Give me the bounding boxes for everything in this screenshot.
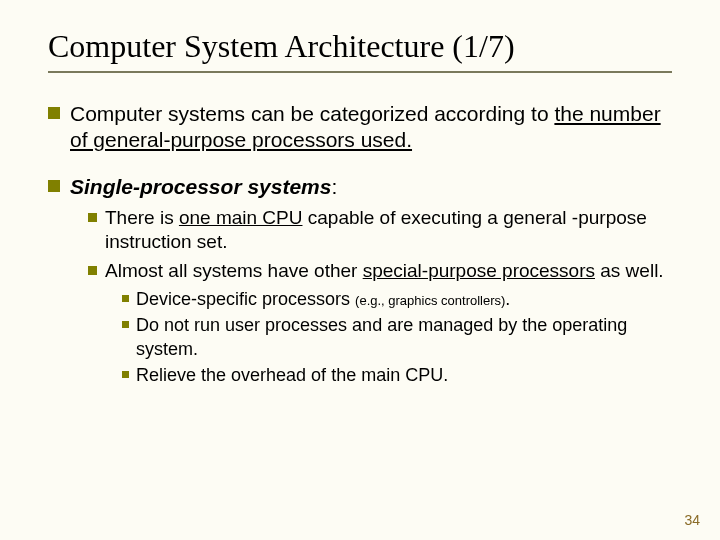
- text-underlined: special-purpose processors: [363, 260, 595, 281]
- square-bullet-icon: [88, 213, 97, 222]
- sub-bullet-2-text: Almost all systems have other special-pu…: [105, 259, 672, 284]
- text-fragment: There is: [105, 207, 179, 228]
- text-fragment: Device-specific processors: [136, 289, 355, 309]
- text-fragment: Computer systems can be categorized acco…: [70, 102, 554, 125]
- text-bold-italic: Single-processor systems: [70, 175, 331, 198]
- text-underlined: one main CPU: [179, 207, 303, 228]
- bullet-2-notes: Device-specific processors (e.g., graphi…: [122, 288, 672, 388]
- note-1-text: Device-specific processors (e.g., graphi…: [136, 288, 672, 311]
- title-underline: [48, 71, 672, 73]
- bullet-1: Computer systems can be categorized acco…: [48, 101, 672, 154]
- text-fragment: .: [505, 289, 510, 309]
- sub-bullet-2: Almost all systems have other special-pu…: [88, 259, 672, 284]
- square-bullet-icon: [48, 107, 60, 119]
- square-bullet-icon: [122, 321, 129, 328]
- square-bullet-icon: [48, 180, 60, 192]
- note-1: Device-specific processors (e.g., graphi…: [122, 288, 672, 311]
- note-3: Relieve the overhead of the main CPU.: [122, 364, 672, 387]
- text-fragment: :: [331, 175, 337, 198]
- text-fragment: Almost all systems have other: [105, 260, 363, 281]
- bullet-1-text: Computer systems can be categorized acco…: [70, 101, 672, 154]
- bullet-2-sublist: There is one main CPU capable of executi…: [88, 206, 672, 388]
- note-2-text: Do not run user processes and are manage…: [136, 314, 672, 361]
- square-bullet-icon: [122, 371, 129, 378]
- sub-bullet-1-text: There is one main CPU capable of executi…: [105, 206, 672, 255]
- sub-bullet-1: There is one main CPU capable of executi…: [88, 206, 672, 255]
- square-bullet-icon: [88, 266, 97, 275]
- square-bullet-icon: [122, 295, 129, 302]
- note-2: Do not run user processes and are manage…: [122, 314, 672, 361]
- note-3-text: Relieve the overhead of the main CPU.: [136, 364, 672, 387]
- text-small: (e.g., graphics controllers): [355, 293, 505, 308]
- bullet-2: Single-processor systems: There is one m…: [48, 174, 672, 388]
- page-number: 34: [684, 512, 700, 528]
- bullet-2-heading: Single-processor systems:: [70, 174, 672, 200]
- slide: Computer System Architecture (1/7) Compu…: [0, 0, 720, 540]
- text-fragment: as well.: [595, 260, 664, 281]
- slide-title: Computer System Architecture (1/7): [48, 28, 672, 65]
